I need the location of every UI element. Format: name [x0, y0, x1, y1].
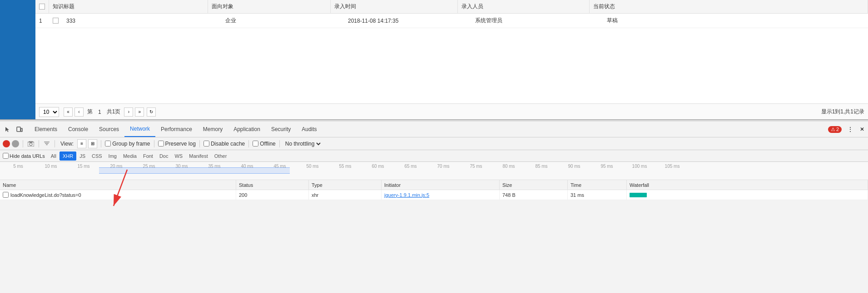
- svg-rect-0: [17, 127, 20, 132]
- filter-manifest-btn[interactable]: Manifest: [186, 151, 211, 161]
- tl-label-19: 95 ms: [590, 164, 623, 169]
- net-cell-waterfall: [627, 190, 868, 200]
- col-check: [35, 0, 49, 13]
- tl-label-3: 15 ms: [67, 164, 100, 169]
- tl-label-1: 5 ms: [2, 164, 35, 169]
- tab-audits[interactable]: Audits: [296, 122, 322, 137]
- separator-2: [39, 140, 39, 147]
- close-devtools-icon[interactable]: ✕: [857, 124, 868, 135]
- svg-point-3: [30, 143, 32, 146]
- tl-label-11: 55 ms: [329, 164, 362, 169]
- view-list-btn[interactable]: ≡: [77, 139, 86, 148]
- timeline-bar: 5 ms 10 ms 15 ms 20 ms 25 ms 30 ms 35 ms…: [0, 162, 868, 180]
- filter-all-btn[interactable]: All: [48, 151, 60, 161]
- prev-page-btn[interactable]: ‹: [74, 107, 84, 117]
- hide-data-urls-label[interactable]: Hide data URLs: [3, 153, 45, 159]
- group-by-frame-label[interactable]: Group by frame: [105, 141, 150, 147]
- separator-7: [248, 140, 249, 147]
- col-person-header: 录入人员: [458, 0, 590, 13]
- tab-application[interactable]: Application: [228, 122, 266, 137]
- tab-elements[interactable]: Elements: [29, 122, 63, 137]
- tl-label-18: 90 ms: [558, 164, 590, 169]
- disable-cache-checkbox[interactable]: [203, 141, 209, 146]
- tab-sources[interactable]: Sources: [94, 122, 124, 137]
- filter-js-btn[interactable]: JS: [76, 151, 89, 161]
- pagination-bar: 10 20 50 « ‹ 第 1 共1页 › » ↻ 显示1到1,共1记录: [35, 103, 868, 120]
- tl-label-21: 105 ms: [656, 164, 689, 169]
- offline-label[interactable]: Offline: [253, 141, 275, 147]
- net-row-checkbox[interactable]: [3, 192, 9, 198]
- net-header-initiator: Initiator: [382, 180, 500, 190]
- left-sidebar-blue: [0, 0, 35, 119]
- net-header-size: Size: [500, 180, 568, 190]
- refresh-btn[interactable]: ↻: [147, 107, 156, 117]
- net-cell-status: 200: [236, 190, 309, 200]
- tab-network[interactable]: Network: [124, 122, 155, 137]
- cursor-icon[interactable]: [2, 124, 13, 135]
- timeline-selection: [99, 167, 290, 174]
- record-btn[interactable]: [3, 140, 10, 147]
- tl-label-20: 100 ms: [623, 164, 656, 169]
- tab-security[interactable]: Security: [266, 122, 296, 137]
- col-title-header: 知识标题: [49, 0, 208, 13]
- preserve-log-label[interactable]: Preserve log: [158, 141, 196, 147]
- header-checkbox[interactable]: [39, 4, 45, 10]
- net-header-status: Status: [236, 180, 309, 190]
- disable-cache-label[interactable]: Disable cache: [203, 141, 245, 147]
- net-cell-time: 31 ms: [568, 190, 627, 200]
- separator-4: [101, 140, 101, 147]
- hide-data-urls-checkbox[interactable]: [3, 153, 9, 159]
- stop-btn[interactable]: [12, 140, 19, 147]
- device-toggle-icon[interactable]: [14, 124, 25, 135]
- offline-checkbox[interactable]: [253, 141, 258, 146]
- view-label: View:: [60, 141, 74, 147]
- table-header: 知识标题 面向对象 录入时间 录入人员 当前状态: [35, 0, 868, 14]
- row-checkbox[interactable]: [53, 18, 59, 24]
- group-by-frame-checkbox[interactable]: [105, 141, 111, 146]
- row-time: 2018-11-08 14:17:35: [344, 14, 471, 28]
- filter-font-btn[interactable]: Font: [140, 151, 156, 161]
- net-cell-size: 748 B: [500, 190, 568, 200]
- devtools-right-icons: ⚠ 2 ⋮ ✕: [828, 124, 868, 135]
- filter-css-btn[interactable]: CSS: [89, 151, 105, 161]
- total-pages: 共1页: [107, 108, 121, 116]
- filter-icon[interactable]: [43, 140, 51, 148]
- throttle-select[interactable]: No throttling: [283, 140, 322, 147]
- filter-img-btn[interactable]: Img: [105, 151, 120, 161]
- tab-memory[interactable]: Memory: [198, 122, 228, 137]
- first-page-btn[interactable]: «: [64, 107, 73, 117]
- page-size-select[interactable]: 10 20 50: [39, 107, 59, 117]
- table-row: 1 333 企业 2018-11-08 14:17:35 系统管理员 草稿: [35, 14, 868, 28]
- filter-xhr-btn[interactable]: XHR: [60, 151, 76, 161]
- camera-icon[interactable]: [27, 140, 35, 148]
- pagination-summary: 显示1到1,共1记录: [821, 108, 864, 116]
- filter-doc-btn[interactable]: Doc: [156, 151, 172, 161]
- devtools-panel: Elements Console Sources Network Perform…: [0, 119, 868, 293]
- row-person: 系统管理员: [471, 14, 603, 28]
- separator-8: [279, 140, 280, 147]
- next-page-btn[interactable]: ›: [124, 107, 133, 117]
- net-header-waterfall: Waterfall: [627, 180, 868, 190]
- row-title: 333: [63, 14, 222, 28]
- row-object: 企业: [222, 14, 344, 28]
- filter-media-btn[interactable]: Media: [120, 151, 140, 161]
- network-table-header: Name Status Type Initiator Size Time Wat…: [0, 180, 868, 190]
- col-obj-header: 面向对象: [208, 0, 331, 13]
- separator-6: [199, 140, 200, 147]
- waterfall-bar: [630, 193, 647, 197]
- error-badge: ⚠ 2: [828, 126, 842, 133]
- net-cell-initiator: jquery-1.9.1.min.js:5: [382, 190, 500, 200]
- page-num: 1: [98, 109, 101, 115]
- network-toolbar: View: ≡ ⊞ Group by frame Preserve log Di…: [0, 137, 868, 150]
- preserve-log-checkbox[interactable]: [158, 141, 164, 146]
- last-page-btn[interactable]: »: [135, 107, 144, 117]
- more-options-icon[interactable]: ⋮: [845, 124, 856, 135]
- network-row-1[interactable]: loadKnowledgeList.do?status=0 200 xhr jq…: [0, 190, 868, 200]
- tab-console[interactable]: Console: [63, 122, 94, 137]
- tab-performance[interactable]: Performance: [155, 122, 198, 137]
- filter-other-btn[interactable]: Other: [211, 151, 230, 161]
- net-header-time: Time: [568, 180, 627, 190]
- col-time-header: 录入时间: [331, 0, 458, 13]
- view-grid-btn[interactable]: ⊞: [88, 139, 97, 148]
- filter-ws-btn[interactable]: WS: [171, 151, 186, 161]
